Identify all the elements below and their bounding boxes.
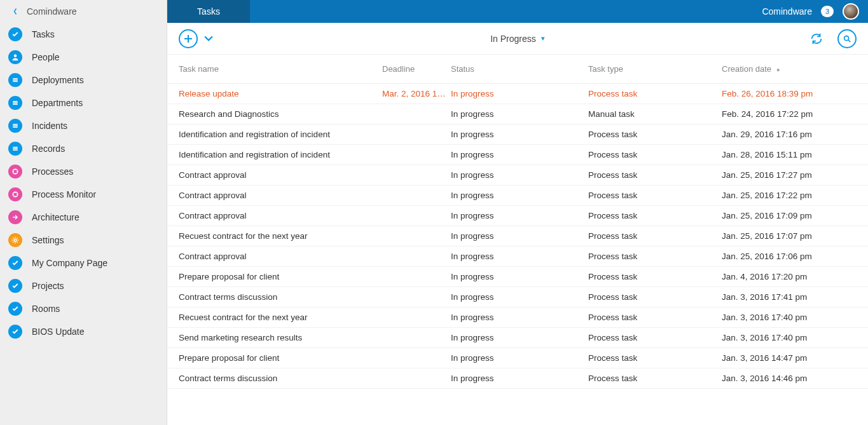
filter-dropdown[interactable]: In Progress ▾: [490, 34, 545, 44]
sidebar-item-projects[interactable]: Projects: [0, 274, 167, 297]
cell-status: In progress: [451, 231, 588, 241]
cell-task-name: Recuest contract for the next year: [179, 313, 382, 322]
cell-status: In progress: [451, 191, 588, 200]
brand-label[interactable]: Comindware: [762, 6, 812, 17]
cell-task-type: Process task: [588, 130, 722, 139]
cell-status: In progress: [451, 272, 588, 281]
table-row[interactable]: Contract terms discussionIn progressProc…: [167, 287, 868, 307]
col-status[interactable]: Status: [451, 64, 588, 74]
sort-asc-icon: ●: [776, 66, 780, 73]
cell-creation-date: Jan. 4, 2016 17:20 pm: [722, 272, 857, 281]
cell-task-name: Research and Diagnostics: [179, 109, 382, 119]
table-row[interactable]: Send marketing research resultsIn progre…: [167, 328, 868, 348]
notification-badge[interactable]: 3: [821, 6, 834, 17]
table-row[interactable]: Prepare proposal for clientIn progressPr…: [167, 348, 868, 368]
cell-task-name: Contract terms discussion: [179, 292, 382, 302]
check-icon: [6, 300, 24, 318]
sidebar-item-bios-update[interactable]: BIOS Update: [0, 320, 167, 343]
add-button[interactable]: [179, 29, 198, 48]
check-icon: [6, 277, 24, 295]
table-row[interactable]: Contract approvalIn progressProcess task…: [167, 165, 868, 186]
svg-rect-6: [13, 104, 18, 105]
check-icon: [6, 25, 24, 43]
tab-tasks[interactable]: Tasks: [167, 0, 250, 23]
cell-task-name: Identification and registration of incid…: [179, 130, 382, 139]
cell-task-type: Process task: [588, 292, 722, 302]
cell-task-type: Process task: [588, 353, 722, 363]
table-row[interactable]: Release updateMar. 2, 2016 1…In progress…: [167, 84, 868, 104]
cell-task-name: Contract terms discussion: [179, 374, 382, 383]
sidebar-item-deployments[interactable]: Deployments: [0, 69, 167, 91]
cell-creation-date: Jan. 25, 2016 17:07 pm: [722, 231, 857, 241]
cell-task-type: Process task: [588, 191, 722, 200]
cell-task-name: Contract approval: [179, 211, 382, 220]
cell-task-name: Send marketing research results: [179, 333, 382, 342]
table-row[interactable]: Research and DiagnosticsIn progressManua…: [167, 104, 868, 125]
table-row[interactable]: Contract approvalIn progressProcess task…: [167, 206, 868, 226]
sidebar-item-my-company-page[interactable]: My Company Page: [0, 252, 167, 274]
add-dropdown-icon[interactable]: [204, 36, 213, 42]
cell-status: In progress: [451, 313, 588, 322]
cell-status: In progress: [451, 130, 588, 139]
table-row[interactable]: Prepare proposal for clientIn progressPr…: [167, 267, 868, 287]
sidebar-back[interactable]: Comindware: [0, 0, 167, 23]
svg-rect-5: [13, 102, 18, 104]
table-row[interactable]: Identification and registration of incid…: [167, 125, 868, 145]
avatar[interactable]: [843, 3, 859, 20]
cell-status: In progress: [451, 211, 588, 220]
table-row[interactable]: Contract approvalIn progressProcess task…: [167, 246, 868, 267]
list-icon: [6, 117, 24, 135]
col-task-name[interactable]: Task name: [179, 64, 382, 74]
cell-creation-date: Jan. 3, 2016 17:41 pm: [722, 292, 857, 302]
cell-task-name: Identification and registration of incid…: [179, 150, 382, 159]
cell-task-type: Process task: [588, 211, 722, 220]
sidebar-item-records[interactable]: Records: [0, 137, 167, 160]
caret-down-icon: ▾: [541, 34, 545, 43]
svg-rect-3: [13, 81, 18, 83]
tab-label: Tasks: [197, 6, 220, 17]
sidebar-item-people[interactable]: People: [0, 46, 167, 69]
check-icon: [6, 323, 24, 341]
sidebar-item-settings[interactable]: Settings: [0, 229, 167, 252]
main: Tasks Comindware 3 In Progress ▾: [167, 0, 868, 425]
filter-label: In Progress: [490, 34, 536, 44]
sidebar: Comindware TasksPeopleDeploymentsDepartm…: [0, 0, 167, 425]
table-row[interactable]: Recuest contract for the next yearIn pro…: [167, 226, 868, 246]
process-icon: [6, 186, 24, 203]
svg-rect-8: [13, 125, 18, 126]
cell-task-type: Process task: [588, 170, 722, 180]
cell-creation-date: Jan. 25, 2016 17:22 pm: [722, 191, 857, 200]
sidebar-item-process-monitor[interactable]: Process Monitor: [0, 183, 167, 206]
sidebar-item-architecture[interactable]: Architecture: [0, 206, 167, 229]
toolbar: In Progress ▾: [167, 23, 868, 55]
cell-task-name: Prepare proposal for client: [179, 272, 382, 281]
sidebar-item-tasks[interactable]: Tasks: [0, 23, 167, 46]
col-deadline[interactable]: Deadline: [382, 64, 451, 74]
cell-creation-date: Jan. 3, 2016 14:46 pm: [722, 374, 857, 383]
refresh-button[interactable]: [807, 29, 826, 48]
cell-status: In progress: [451, 89, 588, 98]
svg-rect-4: [13, 101, 18, 102]
col-task-type[interactable]: Task type: [588, 64, 722, 74]
table-row[interactable]: Contract approvalIn progressProcess task…: [167, 186, 868, 206]
cell-task-type: Manual task: [588, 109, 722, 119]
topbar: Tasks Comindware 3: [167, 0, 868, 23]
col-creation-date[interactable]: Creation date ●: [722, 64, 857, 74]
cell-task-name: Release update: [179, 89, 382, 98]
cell-creation-date: Jan. 25, 2016 17:27 pm: [722, 170, 857, 180]
svg-rect-7: [13, 124, 18, 125]
sidebar-back-label: Comindware: [27, 6, 77, 17]
sidebar-item-label: People: [32, 52, 60, 62]
search-button[interactable]: [837, 29, 857, 48]
sidebar-item-incidents[interactable]: Incidents: [0, 114, 167, 137]
table-row[interactable]: Identification and registration of incid…: [167, 145, 868, 165]
cell-deadline: Mar. 2, 2016 1…: [382, 89, 451, 98]
cell-creation-date: Feb. 26, 2016 18:39 pm: [722, 89, 857, 98]
table-row[interactable]: Contract terms discussionIn progressProc…: [167, 368, 868, 389]
sidebar-item-processes[interactable]: Processes: [0, 160, 167, 183]
cell-creation-date: Jan. 25, 2016 17:06 pm: [722, 252, 857, 261]
check-icon: [6, 254, 24, 272]
sidebar-item-rooms[interactable]: Rooms: [0, 297, 167, 320]
sidebar-item-departments[interactable]: Departments: [0, 91, 167, 114]
table-row[interactable]: Recuest contract for the next yearIn pro…: [167, 307, 868, 328]
